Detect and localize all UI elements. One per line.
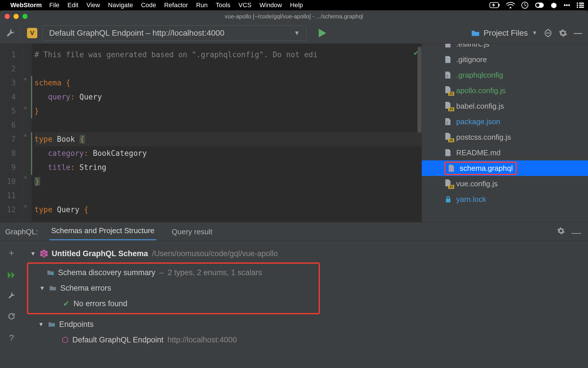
file-icon: JS <box>445 179 452 189</box>
discovery-detail: 2 types, 2 enums, 1 scalars <box>168 268 262 277</box>
restart-button[interactable] <box>7 312 16 320</box>
no-errors-row: ✔ No errors found <box>31 296 316 311</box>
settings-wrench-button[interactable] <box>0 22 21 43</box>
battery-icon[interactable] <box>490 2 500 8</box>
menu-window[interactable]: Window <box>260 1 282 9</box>
discovery-row[interactable]: Schema discovery summary – 2 types, 2 en… <box>31 265 316 280</box>
tree-item-schema-graphql[interactable]: schema.graphql <box>422 160 588 176</box>
tree-item-vue-config-js[interactable]: JSvue.config.js <box>422 176 588 191</box>
tree-item-yarn-lock[interactable]: yarn.lock <box>422 191 588 207</box>
endpoint-url: http://localhost:4000 <box>167 336 237 344</box>
menu-list-icon[interactable] <box>577 2 584 8</box>
menu-file[interactable]: File <box>49 1 59 9</box>
endpoint-selector[interactable]: Default GraphQL Endpoint – http://localh… <box>42 25 307 41</box>
highlight-annotation: Schema discovery summary – 2 types, 2 en… <box>27 262 320 314</box>
no-errors-text: No errors found <box>74 299 127 308</box>
window-minimize-button[interactable] <box>13 14 19 19</box>
tree-item-apollo-config-js[interactable]: JSapollo.config.js <box>422 83 588 98</box>
more-icon[interactable]: ••• <box>564 1 570 9</box>
menu-edit[interactable]: Edit <box>67 1 78 9</box>
errors-row[interactable]: ▼ Schema errors <box>23 280 316 296</box>
tree-item-label: package.json <box>456 117 500 126</box>
endpoint-item-row[interactable]: Default GraphQL Endpoint http://localhos… <box>30 332 581 348</box>
graphql-schema-tree[interactable]: ▼ Untitled GraphQL Schema /Users/oomusou… <box>23 241 588 368</box>
menu-vcs[interactable]: VCS <box>239 1 252 9</box>
mac-menubar: WebStorm File Edit View Navigate Code Re… <box>0 0 588 10</box>
window-close-button[interactable] <box>5 14 10 19</box>
file-icon <box>445 56 452 63</box>
tree-item--eslintrc-js[interactable]: .eslintrc.js <box>422 44 588 52</box>
menu-help[interactable]: Help <box>290 1 303 9</box>
menu-run[interactable]: Run <box>196 1 208 9</box>
app-name[interactable]: WebStorm <box>10 1 42 9</box>
disclosure-down-icon[interactable]: ▼ <box>38 321 44 328</box>
toolbox-icon[interactable] <box>550 2 557 9</box>
settings-gear-icon[interactable] <box>559 29 567 37</box>
window-zoom-button[interactable] <box>22 14 28 19</box>
tree-item-postcss-config-js[interactable]: JSpostcss.config.js <box>422 129 588 145</box>
svg-point-8 <box>577 5 578 6</box>
panel-hide-icon[interactable]: — <box>571 227 581 238</box>
svg-text:{.}: {.} <box>446 121 451 124</box>
wifi-icon[interactable] <box>506 2 515 8</box>
summary-folder-icon <box>47 270 54 275</box>
scope-guide <box>31 76 32 118</box>
scope-guide <box>31 132 32 175</box>
menu-tools[interactable]: Tools <box>216 1 230 9</box>
scroll-from-source-icon[interactable] <box>544 29 552 37</box>
run-query-button[interactable] <box>318 28 327 38</box>
toggle-icon[interactable] <box>535 2 544 8</box>
folder-icon <box>49 285 56 291</box>
edit-wrench-button[interactable] <box>7 292 16 300</box>
svg-rect-22 <box>51 274 52 275</box>
file-icon <box>445 44 452 48</box>
menu-view[interactable]: View <box>86 1 100 9</box>
tree-item-label: postcss.config.js <box>456 133 511 142</box>
tree-item-label: apollo.config.js <box>456 86 506 95</box>
project-view-label: Project Files <box>483 28 528 38</box>
errors-label: Schema errors <box>60 284 111 293</box>
tree-item-label: vue.config.js <box>456 179 498 188</box>
app-window: vue-apollo [~/code/gql/vue-apollo] - ...… <box>0 10 588 368</box>
rerun-button[interactable] <box>7 271 16 279</box>
tree-item-label: babel.config.js <box>456 102 504 111</box>
tree-item-babel-config-js[interactable]: JSbabel.config.js <box>422 98 588 114</box>
tree-item-readme-md[interactable]: README.md <box>422 145 588 160</box>
project-tree[interactable]: .eslintrc.js.gitignore{.}.graphqlconfigJ… <box>421 44 588 222</box>
panel-title: GraphQL: <box>5 223 38 240</box>
clock-icon[interactable] <box>521 1 529 9</box>
variables-badge[interactable]: V <box>27 28 37 38</box>
panel-settings-gear-icon[interactable] <box>557 227 565 235</box>
tab-schemas[interactable]: Schemas and Project Structure <box>49 222 156 240</box>
endpoints-row[interactable]: ▼ Endpoints <box>22 317 581 332</box>
tree-item--graphqlconfig[interactable]: {.}.graphqlconfig <box>422 67 588 83</box>
file-icon <box>445 195 452 203</box>
tree-item--gitignore[interactable]: .gitignore <box>422 52 588 67</box>
disclosure-down-icon[interactable]: ▼ <box>39 285 45 292</box>
schema-title: Untitled GraphQL Schema <box>52 249 148 258</box>
code-content[interactable]: # This file was generated based on ".gra… <box>32 44 421 222</box>
code-editor[interactable]: 123456789101112 ⊟ ⊟ ⊟ ⊟ ⊟ # This file wa… <box>0 44 421 222</box>
graphql-side-toolbar: ＋ ? <box>0 241 23 368</box>
tree-item-label: yarn.lock <box>456 195 486 204</box>
schema-root-row[interactable]: ▼ Untitled GraphQL Schema /Users/oomusou… <box>30 246 581 261</box>
file-icon: JS <box>445 133 452 142</box>
help-button[interactable]: ? <box>9 333 14 343</box>
file-icon: JS <box>445 86 452 95</box>
endpoints-label: Endpoints <box>59 320 94 329</box>
window-titlebar[interactable]: vue-apollo [~/code/gql/vue-apollo] - ...… <box>0 10 588 22</box>
tree-item-package-json[interactable]: {.}package.json <box>422 114 588 129</box>
editor-area: 123456789101112 ⊟ ⊟ ⊟ ⊟ ⊟ # This file wa… <box>0 44 588 222</box>
menu-navigate[interactable]: Navigate <box>108 1 133 9</box>
file-icon: {.} <box>445 71 452 79</box>
graphql-icon <box>40 250 48 258</box>
add-button[interactable]: ＋ <box>7 247 16 259</box>
disclosure-down-icon[interactable]: ▼ <box>30 250 36 257</box>
menu-code[interactable]: Code <box>141 1 156 9</box>
hide-tool-window-icon[interactable]: — <box>574 28 582 38</box>
editor-scrollbar[interactable] <box>417 47 421 133</box>
tab-query-result[interactable]: Query result <box>170 223 214 240</box>
menu-refactor[interactable]: Refactor <box>164 1 188 9</box>
project-view-selector[interactable]: Project Files ▼ <box>471 28 537 38</box>
file-icon: {.} <box>445 118 452 125</box>
